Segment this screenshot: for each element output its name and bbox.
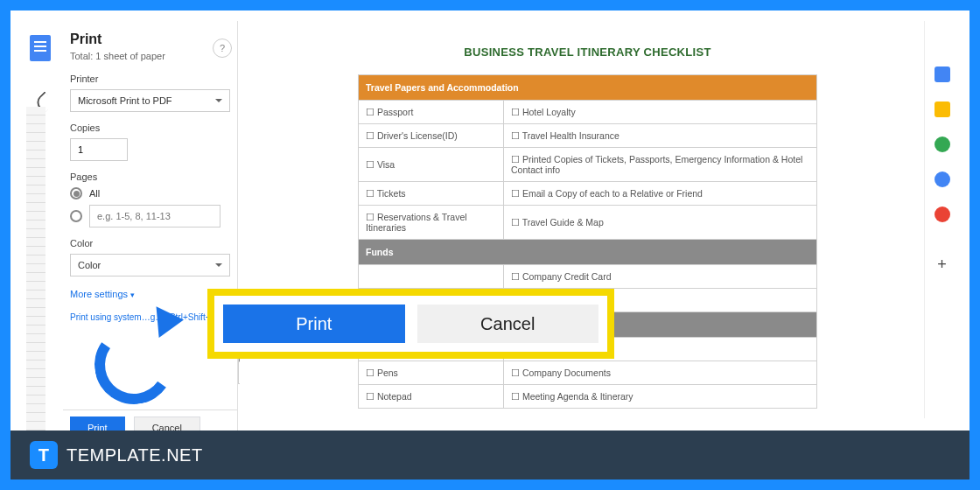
color-select[interactable]: Color	[70, 254, 230, 276]
table-cell: Notepad	[359, 385, 504, 409]
table-cell	[359, 265, 504, 289]
watermark-bar: T TEMPLATE.NET	[10, 430, 970, 480]
pages-custom-radio[interactable]	[70, 205, 230, 228]
keep-icon[interactable]	[934, 102, 950, 117]
radio-on-icon	[70, 187, 82, 200]
table-cell: Email a Copy of each to a Relative or Fr…	[504, 182, 817, 206]
table-cell: Travel Health Insurance	[504, 124, 817, 148]
table-cell: Hotel Loyalty	[504, 101, 817, 124]
google-docs-icon	[30, 35, 51, 61]
table-cell: Travel Guide & Map	[504, 206, 817, 240]
print-subtitle: Total: 1 sheet of paper	[70, 51, 230, 61]
radio-off-icon	[70, 210, 82, 222]
table-cell: Driver's License(ID)	[359, 124, 504, 148]
tasks-icon[interactable]	[934, 136, 950, 152]
add-addon-icon[interactable]: +	[937, 256, 947, 274]
pages-label: Pages	[70, 172, 230, 182]
watermark-text: TEMPLATE.NET	[66, 445, 203, 466]
highlight-callout: Print Cancel	[207, 289, 614, 359]
printer-label: Printer	[70, 74, 230, 84]
pages-all-radio[interactable]: All	[70, 187, 230, 200]
side-panel-rail: +	[924, 21, 959, 418]
table-cell: Reservations & Travel Itineraries	[359, 206, 504, 240]
more-settings-link[interactable]: More settings	[70, 289, 128, 299]
section-header: Funds	[359, 240, 817, 265]
contacts-icon[interactable]	[934, 172, 950, 187]
highlighted-print-button[interactable]: Print	[223, 304, 405, 343]
print-title: Print	[70, 32, 230, 47]
maps-icon[interactable]	[934, 206, 950, 222]
table-cell: Visa	[359, 148, 504, 182]
copies-label: Copies	[70, 122, 230, 133]
calendar-icon[interactable]	[934, 66, 950, 82]
table-cell: Meeting Agenda & Itinerary	[504, 385, 817, 409]
table-cell: Passport	[359, 101, 504, 124]
table-cell: Pens	[359, 361, 504, 385]
document-title: BUSINESS TRAVEL ITINERARY CHECKLIST	[358, 46, 817, 59]
section-header: Travel Papers and Accommodation	[359, 75, 817, 101]
highlighted-cancel-button[interactable]: Cancel	[417, 304, 599, 343]
annotation-arrow	[94, 308, 208, 422]
template-logo-icon: T	[30, 441, 58, 469]
app-frame: Print Total: 1 sheet of paper ? Printer …	[10, 10, 970, 480]
pages-all-label: All	[89, 188, 100, 199]
pages-custom-input[interactable]	[89, 205, 220, 228]
help-icon[interactable]: ?	[213, 38, 232, 58]
copies-input[interactable]	[70, 138, 128, 161]
printer-select[interactable]: Microsoft Print to PDF	[70, 89, 230, 112]
table-cell: Tickets	[359, 182, 504, 206]
color-label: Color	[70, 238, 230, 248]
table-cell: Company Documents	[504, 361, 817, 385]
table-cell: Company Credit Card	[504, 265, 817, 289]
vertical-ruler	[26, 107, 46, 480]
table-cell: Printed Copies of Tickets, Passports, Em…	[504, 148, 817, 182]
